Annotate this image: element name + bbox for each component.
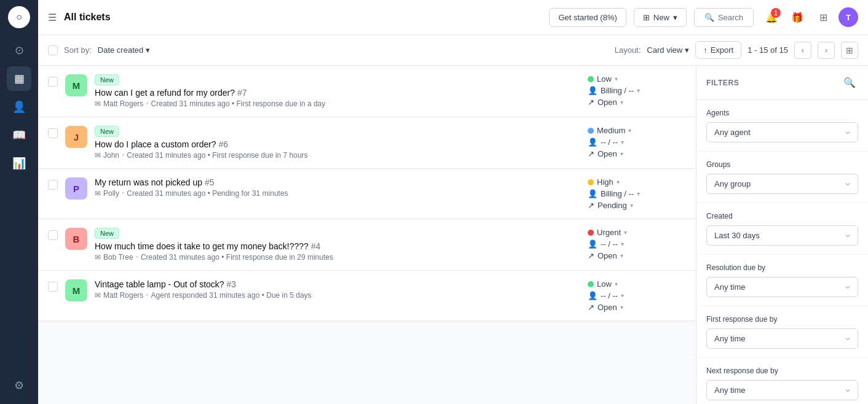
ticket-priority[interactable]: High ▾ — [588, 177, 620, 187]
ticket-avatar: M — [65, 279, 87, 301]
chevron-down-icon: ▾ — [628, 127, 631, 134]
ticket-card[interactable]: M Vintage table lamp - Out of stock? #3 … — [38, 271, 696, 321]
app-logo[interactable]: ○ — [8, 6, 30, 28]
ticket-timestamp: Created 31 minutes ago • First response … — [141, 253, 333, 262]
export-icon: ↑ — [703, 45, 708, 55]
ticket-assignee[interactable]: 👤 -- / -- ▾ — [588, 138, 624, 147]
chevron-down-icon: ▾ — [630, 202, 633, 209]
envelope-icon: ✉ — [95, 189, 101, 198]
ticket-status[interactable]: ↗ Open ▾ — [588, 98, 623, 107]
page-title: All tickets — [64, 12, 542, 23]
prev-page-button[interactable]: ‹ — [794, 42, 811, 59]
status-label: Pending — [598, 201, 627, 210]
ticket-status[interactable]: ↗ Open ▾ — [588, 251, 623, 260]
nav-contacts-icon[interactable]: 👤 — [7, 95, 31, 119]
filter-select-groups[interactable]: Any group — [706, 174, 858, 194]
ticket-assignee[interactable]: 👤 Billing / -- ▾ — [588, 86, 640, 95]
ticket-checkbox[interactable] — [48, 230, 58, 240]
ticket-subject: Vintage table lamp - Out of stock? #3 — [95, 279, 580, 289]
ticket-body: New How do I place a custom order? #6 ✉ … — [95, 126, 580, 160]
ticket-number: #4 — [311, 241, 321, 251]
filter-select-first_response_due[interactable]: Any time — [706, 328, 858, 349]
search-button[interactable]: 🔍 Search — [694, 8, 754, 27]
top-header: ☰ All tickets Get started (8%) ⊞ New ▾ 🔍… — [38, 0, 868, 35]
ticket-timestamp: Created 31 minutes ago • First response … — [127, 151, 307, 160]
nav-home-icon[interactable]: ⊙ — [7, 38, 31, 63]
ticket-body: New How much time does it take to get my… — [95, 228, 580, 262]
assignee-label: Billing / -- — [601, 86, 634, 95]
ticket-right: Urgent ▾ 👤 -- / -- ▾ ↗ Open ▾ — [588, 228, 686, 260]
ticket-meta: ✉ Matt Rogers • Created 31 minutes ago •… — [95, 99, 580, 108]
chevron-down-icon: ▾ — [624, 229, 627, 236]
ticket-card[interactable]: J New How do I place a custom order? #6 … — [38, 117, 696, 169]
ticket-number: #6 — [219, 139, 229, 149]
nav-tickets-icon[interactable]: ▦ — [7, 66, 31, 91]
toolbar: Sort by: Date created ▾ Layout: Card vie… — [38, 35, 868, 66]
next-page-button[interactable]: › — [818, 42, 835, 59]
layout-dropdown[interactable]: Card view ▾ — [647, 45, 689, 55]
ticket-priority[interactable]: Medium ▾ — [588, 126, 631, 135]
filter-select-agents[interactable]: Any agent — [706, 122, 858, 142]
chevron-down-icon: ▾ — [620, 304, 623, 311]
new-button[interactable]: ⊞ New ▾ — [634, 8, 687, 27]
menu-icon[interactable]: ☰ — [48, 12, 57, 23]
gift-button[interactable]: 🎁 — [787, 7, 808, 28]
grid-view-button[interactable]: ⊞ — [841, 42, 858, 59]
ticket-author: Matt Rogers — [103, 99, 143, 108]
layout-value-text: Card view — [647, 45, 682, 55]
ticket-subject: How can I get a refund for my order? #7 — [95, 88, 580, 98]
notification-badge: 1 — [771, 8, 781, 18]
sort-dropdown[interactable]: Date created ▾ — [98, 45, 150, 55]
ticket-avatar: P — [65, 177, 87, 200]
filter-section-groups: Groups Any group — [696, 152, 868, 203]
chevron-down-icon: ▾ — [615, 281, 618, 287]
ticket-number: #7 — [237, 88, 247, 98]
avatar[interactable]: T — [838, 7, 858, 27]
export-button[interactable]: ↑ Export — [695, 41, 741, 59]
ticket-status[interactable]: ↗ Pending ▾ — [588, 201, 633, 210]
ticket-meta: ✉ Matt Rogers • Agent responded 31 minut… — [95, 291, 580, 300]
new-button-label: New — [653, 13, 669, 22]
ticket-number: #5 — [205, 177, 215, 187]
ticket-right: Low ▾ 👤 -- / -- ▾ ↗ Open ▾ — [588, 279, 686, 312]
filter-select-created[interactable]: Any timeLast 30 daysLast 7 daysToday — [706, 225, 858, 246]
select-all-checkbox[interactable] — [48, 45, 58, 55]
get-started-button[interactable]: Get started (8%) — [549, 8, 626, 27]
ticket-checkbox[interactable] — [48, 180, 58, 190]
priority-label: Low — [597, 279, 612, 289]
ticket-priority[interactable]: Urgent ▾ — [588, 228, 627, 237]
ticket-card[interactable]: B New How much time does it take to get … — [38, 219, 696, 271]
chevron-down-icon: ▾ — [637, 87, 640, 94]
filter-select-resolution_due[interactable]: Any time — [706, 277, 858, 297]
layout-label: Layout: — [615, 45, 641, 55]
ticket-checkbox[interactable] — [48, 128, 58, 138]
ticket-card[interactable]: P My return was not picked up #5 ✉ Polly… — [38, 169, 696, 219]
filter-section-first_response_due: First response due by Any time — [696, 306, 868, 358]
ticket-assignee[interactable]: 👤 Billing / -- ▾ — [588, 189, 640, 198]
filter-section-agents: Agents Any agent — [696, 100, 868, 152]
ticket-status[interactable]: ↗ Open ▾ — [588, 149, 623, 158]
nav-kb-icon[interactable]: 📖 — [7, 123, 31, 147]
ticket-priority[interactable]: Low ▾ — [588, 74, 618, 84]
ticket-card[interactable]: M New How can I get a refund for my orde… — [38, 66, 696, 117]
filter-section-resolution_due: Resolution due by Any time — [696, 255, 868, 306]
ticket-priority[interactable]: Low ▾ — [588, 279, 618, 289]
ticket-timestamp: Created 31 minutes ago • Pending for 31 … — [127, 189, 288, 198]
ticket-checkbox[interactable] — [48, 282, 58, 292]
ticket-assignee[interactable]: 👤 -- / -- ▾ — [588, 291, 624, 300]
ticket-status[interactable]: ↗ Open ▾ — [588, 303, 623, 312]
ticket-meta: ✉ Bob Tree • Created 31 minutes ago • Fi… — [95, 253, 580, 262]
nav-reports-icon[interactable]: 📊 — [7, 151, 31, 176]
ticket-number: #3 — [227, 279, 237, 289]
nav-settings-icon[interactable]: ⚙ — [7, 373, 31, 398]
notifications-button[interactable]: 🔔 1 — [761, 7, 782, 28]
widget-button[interactable]: ⊞ — [813, 7, 834, 28]
ticket-assignee[interactable]: 👤 -- / -- ▾ — [588, 239, 624, 249]
chevron-down-icon: ▾ — [621, 139, 624, 146]
chevron-down-icon: ▾ — [620, 99, 623, 106]
filter-search-button[interactable]: 🔍 — [841, 74, 858, 91]
assignee-label: -- / -- — [601, 291, 618, 300]
filter-select-next_response_due[interactable]: Any time — [706, 380, 858, 400]
ticket-checkbox[interactable] — [48, 77, 58, 87]
assignee-icon: 👤 — [588, 138, 598, 147]
